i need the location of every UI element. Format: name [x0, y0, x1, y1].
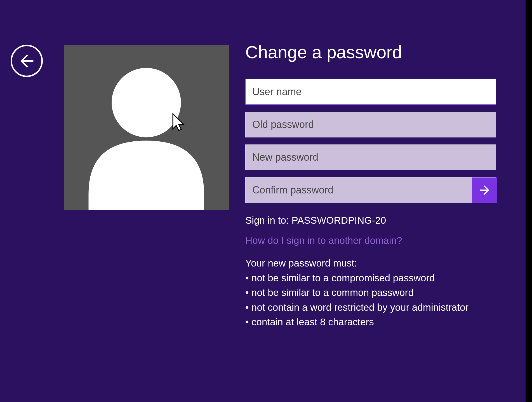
user-avatar — [64, 45, 229, 210]
user-avatar-icon — [64, 45, 229, 210]
back-button[interactable] — [11, 45, 43, 77]
new-password-input-group — [245, 144, 497, 170]
password-requirements: Your new password must: • not be similar… — [245, 256, 497, 329]
back-arrow-icon — [17, 51, 37, 71]
confirm-password-input[interactable] — [245, 177, 496, 203]
requirements-item: • not contain a word restricted by your … — [245, 300, 497, 315]
svg-point-0 — [112, 68, 181, 137]
new-password-input[interactable] — [245, 144, 496, 170]
submit-arrow-icon — [477, 183, 491, 197]
submit-button[interactable] — [472, 177, 497, 203]
old-password-input-group — [245, 112, 497, 137]
requirements-item: • not be similar to a common password — [245, 285, 497, 300]
requirements-item: • not be similar to a compromised passwo… — [245, 271, 497, 286]
username-input-group — [245, 79, 497, 105]
other-domain-help-link[interactable]: How do I sign in to another domain? — [245, 235, 497, 246]
old-password-input[interactable] — [245, 112, 496, 137]
confirm-password-input-group — [245, 177, 497, 203]
requirements-heading: Your new password must: — [245, 256, 497, 271]
sign-in-domain-label: Sign in to: PASSWORDPING-20 — [245, 215, 497, 226]
form-content: Change a password Sign in to: PASSWORDPI… — [245, 42, 497, 329]
requirements-item: • contain at least 8 characters — [245, 315, 497, 329]
page-title: Change a password — [245, 42, 497, 62]
change-password-screen: Change a password Sign in to: PASSWORDPI… — [0, 0, 527, 402]
username-input[interactable] — [245, 79, 496, 105]
